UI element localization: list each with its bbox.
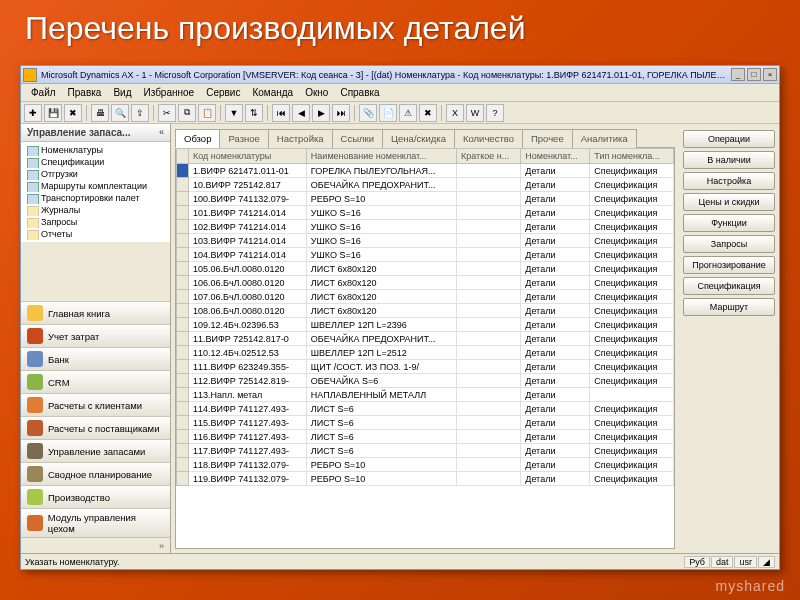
cell-name[interactable]: ОБЕЧАЙКА ПРЕДОХРАНИТ... [306,332,456,346]
tab-0[interactable]: Обзор [175,129,220,148]
cell-name[interactable]: ЛИСТ S=6 [306,444,456,458]
nav-folder[interactable]: Журналы [21,204,170,216]
cell-code[interactable]: 112.ВИФР 725142.819- [189,374,307,388]
cut-icon[interactable]: ✂ [158,104,176,122]
cell-code[interactable]: 108.06.БчЛ.0080.0120 [189,304,307,318]
cell-grp[interactable]: Детали [521,248,590,262]
table-row[interactable]: 1.ВИФР 621471.011-01ГОРЕЛКА ПЫЛЕУГОЛЬНАЯ… [177,164,674,178]
cell-grp[interactable]: Детали [521,388,590,402]
nav-item[interactable]: Спецификации [21,156,170,168]
cell-type[interactable]: Спецификация [590,220,674,234]
table-row[interactable]: 101.ВИФР 741214.014УШКО S=16ДеталиСпециф… [177,206,674,220]
cell-code[interactable]: 10.ВИФР 725142.817 [189,178,307,192]
cell-grp[interactable]: Детали [521,444,590,458]
cell-grp[interactable]: Детали [521,192,590,206]
tab-5[interactable]: Количество [454,129,523,148]
export-icon[interactable]: ⇪ [131,104,149,122]
cell-type[interactable]: Спецификация [590,178,674,192]
table-row[interactable]: 118.ВИФР 741132.079-РЕБРО S=10ДеталиСпец… [177,458,674,472]
filter-icon[interactable]: ▼ [225,104,243,122]
cell-code[interactable]: 105.06.БчЛ.0080.0120 [189,262,307,276]
cell-grp[interactable]: Детали [521,178,590,192]
module-crm[interactable]: CRM [21,370,170,393]
cell-name[interactable]: ШВЕЛЛЕР 12П L=2512 [306,346,456,360]
module-bk[interactable]: Банк [21,347,170,370]
cell-grp[interactable]: Детали [521,416,590,430]
cell-code[interactable]: 1.ВИФР 621471.011-01 [189,164,307,178]
cell-name[interactable]: РЕБРО S=10 [306,458,456,472]
module-pr[interactable]: Производство [21,485,170,508]
cell-code[interactable]: 103.ВИФР 741214.014 [189,234,307,248]
table-row[interactable]: 109.12.4Бч.02396.53ШВЕЛЛЕР 12П L=2396Дет… [177,318,674,332]
cell-type[interactable]: Спецификация [590,192,674,206]
cell-short[interactable] [457,276,521,290]
cell-name[interactable]: УШКО S=16 [306,234,456,248]
menu-help[interactable]: Справка [334,85,385,100]
cell-name[interactable]: РЕБРО S=10 [306,192,456,206]
action-button[interactable]: Запросы [683,235,775,253]
cell-name[interactable]: ЛИСТ S=6 [306,430,456,444]
cell-type[interactable]: Спецификация [590,318,674,332]
cell-code[interactable]: 113.Напл. метал [189,388,307,402]
cell-short[interactable] [457,318,521,332]
nav-item[interactable]: Транспортировки палет [21,192,170,204]
nav-item[interactable]: Номенклатуры [21,144,170,156]
nav-item[interactable]: Маршруты комплектации [21,180,170,192]
cell-type[interactable]: Спецификация [590,458,674,472]
cell-short[interactable] [457,192,521,206]
close-button[interactable]: × [763,68,777,81]
module-gl[interactable]: Главная книга [21,301,170,324]
table-row[interactable]: 113.Напл. металНАПЛАВЛЕННЫЙ МЕТАЛЛДетали [177,388,674,402]
column-header[interactable]: Номенклат... [521,149,590,164]
cell-short[interactable] [457,206,521,220]
menu-command[interactable]: Команда [246,85,299,100]
help-icon[interactable]: ? [486,104,504,122]
grid[interactable]: Код номенклатурыНаименование номенклат..… [175,148,675,549]
cell-type[interactable]: Спецификация [590,402,674,416]
paste-icon[interactable]: 📋 [198,104,216,122]
cell-name[interactable]: УШКО S=16 [306,220,456,234]
save-icon[interactable]: 💾 [44,104,62,122]
cell-short[interactable] [457,234,521,248]
cell-code[interactable]: 104.ВИФР 741214.014 [189,248,307,262]
module-ca[interactable]: Учет затрат [21,324,170,347]
cell-code[interactable]: 107.06.БчЛ.0080.0120 [189,290,307,304]
table-row[interactable]: 105.06.БчЛ.0080.0120ЛИСТ 6x80x120ДеталиС… [177,262,674,276]
cell-grp[interactable]: Детали [521,458,590,472]
cell-grp[interactable]: Детали [521,346,590,360]
modules-more-icon[interactable]: » [159,541,164,551]
word-icon[interactable]: W [466,104,484,122]
table-row[interactable]: 119.ВИФР 741132.079-РЕБРО S=10ДеталиСпец… [177,472,674,486]
sort-icon[interactable]: ⇅ [245,104,263,122]
tab-4[interactable]: Цена/скидка [382,129,455,148]
cell-code[interactable]: 117.ВИФР 741127.493- [189,444,307,458]
cell-type[interactable]: Спецификация [590,234,674,248]
prev-icon[interactable]: ◀ [292,104,310,122]
table-row[interactable]: 108.06.БчЛ.0080.0120ЛИСТ 6x80x120ДеталиС… [177,304,674,318]
resize-grip-icon[interactable]: ◢ [758,556,775,568]
cell-name[interactable]: НАПЛАВЛЕННЫЙ МЕТАЛЛ [306,388,456,402]
cell-code[interactable]: 106.06.БчЛ.0080.0120 [189,276,307,290]
cell-name[interactable]: УШКО S=16 [306,206,456,220]
doc-icon[interactable]: 📄 [379,104,397,122]
cell-code[interactable]: 11.ВИФР 725142.817-0 [189,332,307,346]
cell-type[interactable]: Спецификация [590,416,674,430]
cell-code[interactable]: 118.ВИФР 741132.079- [189,458,307,472]
table-row[interactable]: 106.06.БчЛ.0080.0120ЛИСТ 6x80x120ДеталиС… [177,276,674,290]
cell-grp[interactable]: Детали [521,430,590,444]
tab-1[interactable]: Разное [219,129,268,148]
module-mp[interactable]: Сводное планирование [21,462,170,485]
table-row[interactable]: 116.ВИФР 741127.493-ЛИСТ S=6ДеталиСпециф… [177,430,674,444]
cell-grp[interactable]: Детали [521,290,590,304]
menu-favorites[interactable]: Избранное [137,85,200,100]
cell-grp[interactable]: Детали [521,206,590,220]
cell-short[interactable] [457,430,521,444]
cell-short[interactable] [457,346,521,360]
cell-name[interactable]: РЕБРО S=10 [306,472,456,486]
cell-code[interactable]: 102.ВИФР 741214.014 [189,220,307,234]
cell-type[interactable]: Спецификация [590,304,674,318]
cell-grp[interactable]: Детали [521,332,590,346]
table-row[interactable]: 115.ВИФР 741127.493-ЛИСТ S=6ДеталиСпециф… [177,416,674,430]
action-button[interactable]: Прогнозирование [683,256,775,274]
table-row[interactable]: 107.06.БчЛ.0080.0120ЛИСТ 6x80x120ДеталиС… [177,290,674,304]
